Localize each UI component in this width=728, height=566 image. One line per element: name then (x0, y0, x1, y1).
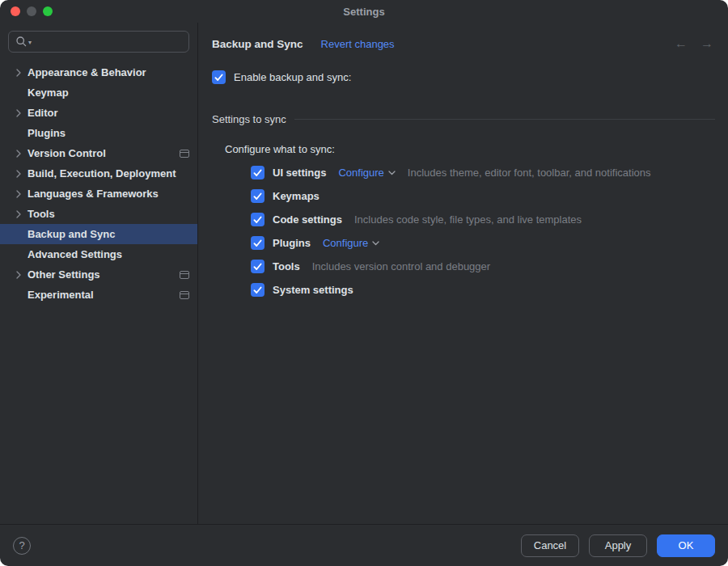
search-input[interactable]: ▾ (8, 31, 189, 53)
sidebar-item-other-settings[interactable]: Other Settings (0, 264, 197, 285)
sync-option-tools[interactable]: ToolsIncludes version control and debugg… (251, 255, 715, 278)
back-arrow-icon[interactable]: ← (675, 36, 688, 51)
dialog-footer: ? Cancel Apply OK (0, 524, 728, 566)
sync-option-label: Keymaps (273, 190, 320, 202)
apply-button[interactable]: Apply (589, 534, 647, 557)
sidebar-item-appearance-behavior[interactable]: Appearance & Behavior (0, 62, 197, 82)
chevron-right-icon (16, 210, 28, 218)
revert-changes-link[interactable]: Revert changes (321, 38, 395, 50)
checkbox-checked-icon (251, 283, 265, 297)
sidebar-item-label: Plugins (28, 127, 66, 139)
sidebar-item-label: Keymap (28, 87, 69, 99)
sidebar-item-label: Build, Execution, Deployment (28, 167, 176, 180)
sidebar-item-advanced-settings[interactable]: Advanced Settings (0, 244, 197, 264)
content-header: Backup and Sync Revert changes ← → (212, 36, 715, 52)
enable-backup-and-sync-checkbox[interactable]: Enable backup and sync: (212, 70, 715, 84)
sidebar-item-label: Tools (28, 208, 55, 220)
sync-option-description: Includes code style, file types, and liv… (354, 213, 582, 226)
checkbox-checked-icon (251, 189, 265, 203)
ide-settings-badge-icon (180, 150, 189, 158)
checkbox-checked-icon (212, 70, 226, 84)
sidebar-item-version-control[interactable]: Version Control (0, 143, 197, 163)
checkbox-checked-icon (251, 260, 265, 273)
chevron-right-icon (16, 190, 28, 198)
ide-settings-badge-icon (180, 291, 189, 299)
sync-option-description: Includes theme, editor font, toolbar, an… (408, 167, 651, 179)
configure-what-to-sync-label: Configure what to sync: (225, 143, 715, 155)
sidebar-item-label: Backup and Sync (28, 228, 115, 240)
sync-option-code-settings[interactable]: Code settingsIncludes code style, file t… (251, 208, 715, 231)
sidebar-item-keymap[interactable]: Keymap (0, 82, 197, 103)
configure-dropdown[interactable]: Configure (323, 237, 379, 249)
sync-option-label: Plugins (273, 237, 311, 249)
checkbox-checked-icon (251, 166, 265, 180)
sidebar-item-plugins[interactable]: Plugins (0, 123, 197, 143)
group-title: Settings to sync (212, 113, 286, 125)
configure-label: Configure (323, 237, 368, 249)
sync-option-label: System settings (273, 284, 353, 296)
enable-backup-label: Enable backup and sync: (234, 71, 351, 83)
chevron-right-icon (16, 109, 28, 117)
help-button[interactable]: ? (13, 537, 31, 555)
checkbox-checked-icon (251, 236, 265, 250)
settings-sidebar: ▾ Appearance & BehaviorKeymapEditorPlugi… (0, 23, 198, 524)
sidebar-item-label: Advanced Settings (28, 248, 122, 260)
sidebar-item-tools[interactable]: Tools (0, 204, 197, 224)
sync-options-list: UI settingsConfigureIncludes theme, edit… (251, 161, 715, 302)
configure-dropdown[interactable]: Configure (338, 167, 395, 179)
chevron-down-icon (388, 171, 396, 175)
sidebar-item-label: Editor (28, 107, 58, 119)
sidebar-item-label: Appearance & Behavior (28, 66, 146, 78)
sync-option-system-settings[interactable]: System settings (251, 278, 715, 302)
settings-window: Settings ▾ Appearance & BehaviorKeymapEd… (0, 0, 728, 566)
group-header: Settings to sync (212, 113, 715, 125)
sync-option-keymaps[interactable]: Keymaps (251, 184, 715, 208)
chevron-right-icon (16, 69, 28, 77)
chevron-right-icon (16, 150, 28, 158)
sidebar-item-languages-frameworks[interactable]: Languages & Frameworks (0, 184, 197, 204)
group-divider (294, 119, 715, 120)
footer-buttons: Cancel Apply OK (521, 534, 715, 557)
chevron-right-icon (16, 170, 28, 178)
sync-option-plugins[interactable]: PluginsConfigure (251, 231, 715, 255)
sidebar-item-experimental[interactable]: Experimental (0, 285, 197, 305)
sync-option-label: UI settings (273, 167, 326, 179)
sidebar-item-label: Experimental (28, 289, 94, 301)
sidebar-item-label: Other Settings (28, 268, 100, 281)
sync-option-label: Code settings (273, 213, 342, 226)
search-icon (15, 36, 28, 48)
settings-to-sync-group: Settings to sync Configure what to sync:… (212, 113, 715, 302)
sidebar-item-backup-and-sync[interactable]: Backup and Sync (0, 224, 197, 244)
sidebar-item-label: Version Control (28, 147, 106, 159)
titlebar: Settings (0, 0, 728, 23)
chevron-down-icon (372, 241, 379, 246)
search-options-chevron-icon: ▾ (28, 40, 32, 46)
checkbox-checked-icon (251, 213, 265, 226)
sidebar-item-editor[interactable]: Editor (0, 103, 197, 123)
ok-button[interactable]: OK (657, 534, 715, 557)
history-nav: ← → (675, 36, 713, 51)
window-title: Settings (0, 6, 728, 18)
page-title: Backup and Sync (212, 38, 303, 50)
ide-settings-badge-icon (180, 271, 189, 279)
sidebar-item-label: Languages & Frameworks (28, 188, 159, 200)
cancel-button[interactable]: Cancel (521, 534, 579, 557)
configure-label: Configure (338, 167, 383, 179)
sync-option-description: Includes version control and debugger (312, 260, 490, 272)
forward-arrow-icon[interactable]: → (700, 36, 713, 51)
content-panel: Backup and Sync Revert changes ← → Enabl… (198, 23, 728, 524)
sync-option-label: Tools (273, 260, 300, 272)
main-area: ▾ Appearance & BehaviorKeymapEditorPlugi… (0, 23, 728, 524)
settings-tree: Appearance & BehaviorKeymapEditorPlugins… (0, 62, 197, 524)
chevron-right-icon (16, 271, 28, 279)
sync-option-ui-settings[interactable]: UI settingsConfigureIncludes theme, edit… (251, 161, 715, 184)
sidebar-item-build-execution-deployment[interactable]: Build, Execution, Deployment (0, 163, 197, 184)
